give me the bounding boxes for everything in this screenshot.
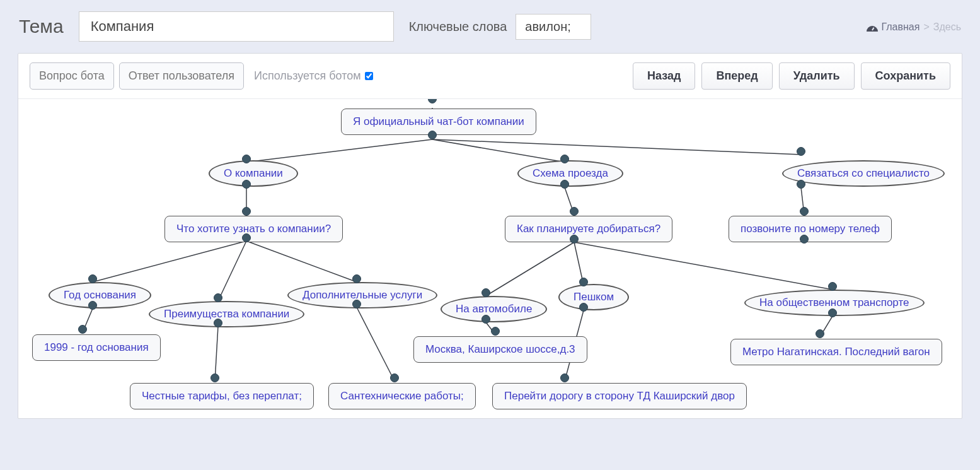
svg-line-9 (246, 241, 357, 282)
used-by-bot-checkbox[interactable] (365, 72, 373, 80)
connector-dot[interactable] (800, 207, 809, 216)
connector-dot[interactable] (560, 373, 569, 382)
node-route[interactable]: Схема проезда (517, 160, 623, 187)
chevron-right-icon: > (923, 21, 929, 33)
node-contact[interactable]: Связаться со специалисто (782, 160, 945, 187)
connector-dot[interactable] (828, 308, 837, 317)
breadcrumb-home[interactable]: Главная (882, 21, 920, 33)
svg-line-7 (93, 241, 246, 282)
connector-dot[interactable] (214, 319, 222, 327)
svg-line-3 (432, 139, 801, 155)
used-by-bot-label: Используется ботом (254, 69, 373, 83)
svg-line-2 (432, 139, 565, 162)
connector-dot[interactable] (242, 233, 251, 242)
connector-dot[interactable] (797, 180, 805, 189)
user-answer-button[interactable]: Ответ пользователя (119, 62, 244, 90)
connector-dot[interactable] (570, 207, 579, 216)
connector-dot[interactable] (579, 303, 588, 312)
node-car[interactable]: На автомобиле (441, 296, 547, 322)
connector-dot[interactable] (560, 155, 569, 163)
node-route-q[interactable]: Как планируете добираться? (505, 216, 672, 242)
node-contact-a[interactable]: позвоните по номеру телеф (729, 216, 892, 242)
connector-dot[interactable] (242, 207, 251, 216)
back-button[interactable]: Назад (633, 62, 695, 90)
toolbar: Вопрос бота Ответ пользователя Используе… (18, 54, 962, 99)
delete-button[interactable]: Удалить (779, 62, 855, 90)
connector-dot[interactable] (78, 325, 87, 334)
dashboard-icon (867, 23, 878, 32)
connector-dot[interactable] (210, 373, 219, 382)
bot-question-button[interactable]: Вопрос бота (30, 62, 114, 90)
connector-dot[interactable] (88, 274, 97, 283)
breadcrumb: Главная > Здесь (867, 21, 961, 33)
diagram-canvas[interactable]: Я официальный чат-бот компании О компани… (20, 99, 960, 414)
svg-line-14 (215, 326, 218, 381)
svg-line-1 (246, 139, 432, 162)
connector-dot[interactable] (352, 300, 361, 308)
connector-dot[interactable] (579, 278, 588, 286)
connector-dot[interactable] (570, 235, 579, 244)
breadcrumb-here: Здесь (933, 21, 961, 33)
connector-dot[interactable] (491, 327, 500, 336)
connector-dot[interactable] (828, 282, 837, 291)
connector-dot[interactable] (816, 329, 824, 338)
node-adv[interactable]: Преимущества компании (149, 301, 304, 327)
node-extra-a[interactable]: Сантехнические работы; (328, 383, 476, 409)
node-transport-a[interactable]: Метро Нагатинская. Последний вагон (730, 339, 942, 365)
connector-dot[interactable] (428, 131, 437, 139)
node-adv-a[interactable]: Честные тарифы, без переплат; (130, 383, 314, 409)
keywords-label: Ключевые слова (409, 20, 507, 34)
node-foot[interactable]: Пешком (558, 284, 629, 310)
svg-line-12 (574, 242, 833, 290)
svg-line-15 (357, 307, 395, 381)
connector-dot[interactable] (390, 373, 399, 382)
node-founded[interactable]: Год основания (49, 282, 151, 308)
connector-dot[interactable] (242, 180, 251, 189)
connector-dot[interactable] (800, 235, 809, 244)
keywords-input[interactable] (516, 14, 591, 40)
connector-dot[interactable] (242, 155, 251, 163)
theme-input[interactable] (79, 11, 394, 42)
node-about[interactable]: О компании (209, 160, 298, 187)
node-car-a[interactable]: Москва, Каширское шоссе,д.3 (413, 336, 587, 363)
node-root[interactable]: Я официальный чат-бот компании (341, 109, 536, 135)
node-foot-a[interactable]: Перейти дорогу в сторону ТД Каширский дв… (492, 383, 747, 409)
connector-dot[interactable] (214, 293, 222, 302)
svg-line-10 (486, 242, 574, 296)
connector-dot[interactable] (481, 315, 490, 324)
save-button[interactable]: Сохранить (861, 62, 950, 90)
svg-line-8 (218, 241, 246, 301)
connector-dot[interactable] (352, 274, 361, 283)
editor-panel: Вопрос бота Ответ пользователя Используе… (18, 53, 962, 419)
node-extra[interactable]: Дополнительные услуги (287, 282, 437, 308)
page-title: Тема (19, 16, 64, 37)
forward-button[interactable]: Вперед (701, 62, 772, 90)
connector-dot[interactable] (560, 180, 569, 189)
connector-dot[interactable] (481, 288, 490, 297)
connector-dot[interactable] (428, 99, 437, 103)
connector-dot[interactable] (797, 147, 805, 156)
node-about-q[interactable]: Что хотите узнать о компании? (164, 216, 343, 242)
used-by-bot-text: Используется ботом (254, 69, 361, 83)
connector-dot[interactable] (88, 301, 97, 310)
node-founded-a[interactable]: 1999 - год основания (32, 334, 161, 361)
edges-layer (20, 99, 960, 414)
